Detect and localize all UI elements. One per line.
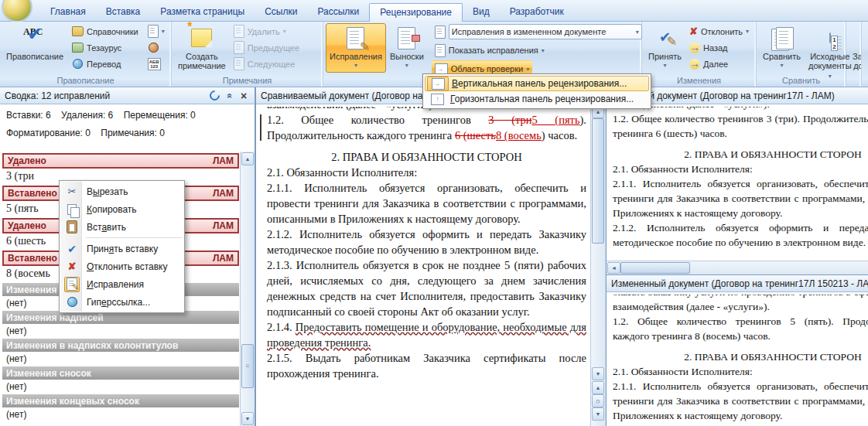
show-markup-button[interactable]: Показать исправления ▾ <box>432 42 645 59</box>
tab-insert[interactable]: Вставка <box>96 3 151 21</box>
group-protect-clipped: Защитить документ <box>846 22 862 87</box>
word-window: Главная Вставка Разметка страницы Ссылки… <box>0 0 868 426</box>
dropdown-icon: ▾ <box>405 61 408 70</box>
thesaurus-button[interactable]: Тезаурус <box>69 39 141 56</box>
chevron-up-icon: » <box>224 93 234 98</box>
context-menu-track-changes[interactable]: ✎ Исправления <box>60 275 183 293</box>
reviewing-pane-scrollbar[interactable]: ▲ ≡ ▼ <box>240 152 255 426</box>
reject-button[interactable]: ✘ Отклонить ▾ <box>687 23 751 39</box>
paragraph: 2.1.1. Исполнитель обязуется организоват… <box>613 176 868 220</box>
track-changes-button[interactable]: ✎ Исправления ▾ <box>326 23 386 73</box>
spelling-abc-check-icon: ABC✔ <box>21 26 49 50</box>
tab-review[interactable]: Рецензирование <box>369 3 463 22</box>
group-proofing: ABC✔ Правописание Справочники Тезаурус <box>0 22 172 87</box>
dropdown-icon: ▾ <box>746 28 749 35</box>
refresh-icon <box>207 88 221 102</box>
source-documents-column: Исходный документ (Договор на тренинг17Л… <box>606 87 868 426</box>
translate-icon <box>71 58 84 70</box>
new-comment-button[interactable]: * Создать примечание <box>174 23 230 73</box>
dropdown-icon: ▾ <box>162 28 165 35</box>
scroll-down-button[interactable]: ▼ <box>592 367 604 380</box>
group-compare: Сравнить ▾ 12 Исходные документы ▾ Сравн… <box>757 22 846 87</box>
reject-x-icon: ✘ <box>689 26 698 37</box>
context-menu-cut[interactable]: ✂ Вырезать <box>60 182 183 200</box>
changed-document-content[interactable]: оказать Заказчику услуги по проведению т… <box>607 292 868 426</box>
collapse-button[interactable]: » <box>223 90 235 102</box>
protect-document-button[interactable]: Защитить документ <box>849 23 862 73</box>
office-button[interactable] <box>3 0 31 21</box>
close-pane-button[interactable]: × <box>238 90 250 102</box>
scroll-thumb[interactable] <box>620 262 690 274</box>
scroll-up-button[interactable]: ▲ <box>241 152 254 165</box>
spelling-button[interactable]: ABC✔ Правописание <box>2 23 67 63</box>
translate-button[interactable]: Перевод <box>69 56 141 72</box>
select-browse-object-button[interactable]: ○ <box>592 394 604 407</box>
close-icon: × <box>241 90 247 101</box>
scroll-thumb[interactable]: ≡ <box>241 344 254 388</box>
refresh-button[interactable] <box>208 90 220 102</box>
previous-change-button[interactable]: → Назад <box>687 39 751 56</box>
display-for-review-select[interactable]: Исправления в измененном документе ▾ <box>449 24 642 39</box>
track-changes-icon: ✎ <box>347 26 364 50</box>
paragraph: 1.2. Общее количество тренингов 3 (три).… <box>613 111 868 141</box>
compare-button[interactable]: Сравнить ▾ <box>759 23 805 73</box>
previous-object-button[interactable]: ▲ <box>592 381 604 394</box>
compared-document-content[interactable]: взаимодействия (далее - «услуги»). 1.2. … <box>256 104 591 426</box>
paste-icon <box>64 220 80 235</box>
copy-icon <box>64 202 80 217</box>
menu-item-vertical-reviewing-pane[interactable]: → Вертикальная панель рецензирования... <box>425 76 649 91</box>
word-count-button[interactable]: АБВ 123 <box>145 56 167 72</box>
group-changes: ✔✎ Принять ▾ ✘ Отклонить ▾ → Назад <box>642 22 757 87</box>
section-value: (нет) <box>0 324 241 337</box>
scroll-left-button[interactable]: ◄ <box>607 262 620 274</box>
research-book-icon <box>71 26 84 38</box>
context-menu-paste[interactable]: Вставить <box>60 218 183 236</box>
next-change-button[interactable]: → Далее <box>687 56 751 72</box>
ribbon-tab-bar: Главная Вставка Разметка страницы Ссылки… <box>0 0 868 22</box>
next-object-button[interactable]: ▼ <box>592 407 604 421</box>
previous-comment-icon <box>234 41 244 54</box>
balloons-button[interactable]: Выноски ▾ <box>386 23 428 73</box>
scissors-icon: ✂ <box>64 184 80 199</box>
delete-comment-button[interactable]: Удалить ▾ <box>231 23 302 39</box>
paragraph: 2.1.3. Исполнитель обязуется в срок не п… <box>267 257 586 319</box>
context-menu: ✂ Вырезать Копировать Вставить ✔ Принять… <box>59 180 185 313</box>
accept-button[interactable]: ✔✎ Принять ▾ <box>644 23 685 73</box>
paragraph: 2.1. Обязанности Исполнителя: <box>267 165 586 180</box>
menu-item-horizontal-reviewing-pane[interactable]: → Горизонтальная панель рецензирования..… <box>425 91 649 107</box>
dropdown-icon: ▾ <box>283 28 286 35</box>
accept-check-icon: ✔✎ <box>659 26 671 50</box>
original-document-hscrollbar[interactable]: ◄ <box>607 261 868 274</box>
set-language-button[interactable] <box>145 39 167 56</box>
original-document-content[interactable]: взаимодействия (далее - «услуги»). 1.2. … <box>607 104 868 261</box>
tab-mailings[interactable]: Рассылки <box>307 3 369 21</box>
tab-references[interactable]: Ссылки <box>255 3 307 21</box>
reference-books-button[interactable]: ▾ <box>145 23 167 39</box>
section-header: Изменения в надписях колонтитулов <box>2 339 239 352</box>
group-label-comments: Примечания <box>172 76 323 86</box>
paragraph: взаимодействия (далее - «услуги»). <box>613 299 868 314</box>
research-button[interactable]: Справочники <box>69 23 141 39</box>
tab-home[interactable]: Главная <box>40 3 96 21</box>
tab-page-layout[interactable]: Разметка страницы <box>150 3 255 21</box>
revision-header[interactable]: Удалено ЛАМ <box>2 153 239 169</box>
next-comment-button[interactable]: Следующее <box>231 56 302 72</box>
scroll-down-button[interactable]: ▼ <box>241 412 254 425</box>
scroll-thumb[interactable] <box>592 118 604 244</box>
track-changes-icon: ✎ <box>64 277 80 292</box>
context-menu-copy[interactable]: Копировать <box>60 200 183 218</box>
original-document-pane: Исходный документ (Договор на тренинг17Л… <box>606 87 868 274</box>
previous-comment-button[interactable]: Предыдущее <box>231 39 302 56</box>
tab-developer[interactable]: Разработчик <box>500 3 574 21</box>
revision-author: ЛАМ <box>213 253 234 264</box>
display-for-review-icon <box>435 26 446 39</box>
context-menu-hyperlink[interactable]: Гиперссылка... <box>60 293 183 311</box>
changed-document-header: Измененный документ (Договор на тренинг1… <box>607 275 868 292</box>
heading: 2. ПРАВА И ОБЯЗАННОСТИ СТОРОН <box>613 349 868 364</box>
context-menu-reject-insertion[interactable]: ✘ Отклонить вставку <box>60 257 183 275</box>
compared-document-scrollbar[interactable]: ▲ ▼ ▲ ○ ▼ <box>590 104 605 426</box>
tab-view[interactable]: Вид <box>463 3 500 21</box>
context-menu-accept-insertion[interactable]: ✔ Принять вставку <box>60 240 183 257</box>
thesaurus-book-icon <box>71 42 84 54</box>
dropdown-icon: ▾ <box>663 61 666 70</box>
